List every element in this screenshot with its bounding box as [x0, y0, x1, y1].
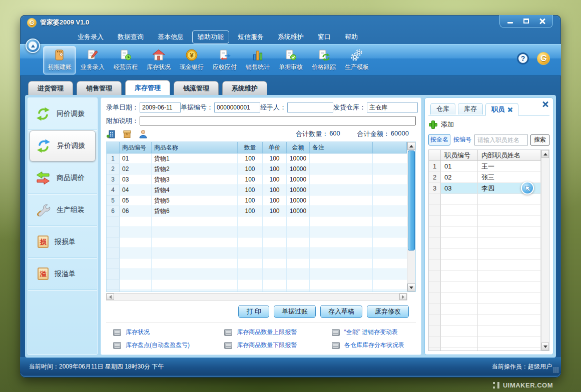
staff-row[interactable]: 101王一 [429, 161, 541, 172]
menu-item-sms[interactable]: 短信服务 [232, 30, 269, 44]
menu-item-window[interactable]: 窗口 [312, 30, 336, 44]
link-warehouse-distribution[interactable]: 各仓库库存分布状况表 [332, 341, 416, 350]
menu-item-data-query[interactable]: 数据查询 [112, 30, 149, 44]
maximize-button[interactable] [519, 16, 533, 25]
post-document-button[interactable]: 单据过账 [274, 305, 316, 318]
scroll-left-button[interactable] [107, 294, 114, 300]
scroll-right-button[interactable] [399, 294, 407, 300]
toolbar-item-cash-bank[interactable]: ¥ 现金银行 [175, 46, 208, 74]
help-button[interactable]: ? [517, 52, 529, 64]
staff-row[interactable] [429, 326, 541, 337]
table-row[interactable] [107, 248, 407, 258]
warehouse-input[interactable] [367, 102, 418, 112]
discard-changes-button[interactable]: 废弃修改 [367, 305, 409, 318]
toolbar-item-business-entry[interactable]: 业务录入 [76, 46, 109, 74]
menu-item-auxiliary[interactable]: 辅助功能 [192, 30, 229, 44]
table-row[interactable] [107, 290, 407, 292]
stock-box-icon[interactable] [122, 129, 132, 139]
toolbar-item-business-history[interactable]: 经营历程 [109, 46, 142, 74]
staff-row[interactable] [429, 227, 541, 238]
note-input[interactable] [140, 116, 416, 126]
link-omni-change-report[interactable]: “全能” 进销存变动表 [332, 328, 416, 336]
staff-row[interactable] [429, 271, 541, 282]
toolbar-item-receivable-payable[interactable]: 应收应付 [208, 46, 241, 74]
person-icon[interactable] [138, 129, 148, 139]
table-row[interactable]: 606货物610010010000 [107, 206, 407, 216]
staff-row[interactable] [429, 249, 541, 260]
table-row[interactable] [107, 216, 407, 227]
tab-sales-management[interactable]: 销售管理 [77, 81, 122, 95]
menu-item-business-entry[interactable]: 业务录入 [72, 30, 109, 44]
company-icon[interactable] [106, 129, 116, 139]
tab-cashflow-management[interactable]: 钱流管理 [174, 81, 219, 95]
link-stock-status[interactable]: 库存状况 [113, 328, 201, 336]
table-row[interactable]: 303货物310010010000 [107, 174, 407, 185]
tab-system-maintenance[interactable]: 系统维护 [222, 81, 267, 95]
filter-by-code[interactable]: 按编号 [453, 134, 472, 145]
tab-staff[interactable]: 职员 [485, 103, 518, 116]
doc-no-input[interactable] [214, 102, 260, 112]
staff-row[interactable] [429, 315, 541, 326]
staff-table-vscrollbar[interactable] [541, 150, 549, 350]
items-table-vscrollbar[interactable] [407, 142, 415, 292]
table-row[interactable] [107, 238, 407, 248]
tab-close-icon[interactable] [508, 108, 512, 112]
table-row[interactable]: 202货物210010010000 [107, 164, 407, 174]
table-row[interactable] [107, 269, 407, 280]
staff-row[interactable] [429, 194, 541, 205]
staff-row[interactable] [429, 260, 541, 271]
scroll-down-button[interactable] [541, 342, 549, 350]
menu-item-help[interactable]: 帮助 [339, 30, 363, 44]
table-row[interactable] [107, 258, 407, 269]
tab-purchase-management[interactable]: 进货管理 [28, 81, 73, 95]
table-row[interactable]: 505货物510010010000 [107, 196, 407, 206]
sidebar-item-loss-report[interactable]: 损 报损单 [28, 226, 97, 258]
toolbar-item-sales-stats[interactable]: 销售统计 [241, 46, 274, 74]
sidebar-item-assembly[interactable]: 生产组装 [28, 194, 97, 226]
toolbar-item-production-template[interactable]: 生产模板 [340, 46, 373, 74]
staff-row[interactable] [429, 282, 541, 293]
items-table-hscrollbar[interactable] [106, 293, 407, 300]
toolbar-item-doc-audit[interactable]: 单据审核 [274, 46, 307, 74]
staff-row[interactable] [429, 238, 541, 249]
staff-row[interactable] [429, 304, 541, 315]
staff-row-selected[interactable]: 303李四 [429, 183, 541, 194]
sidebar-item-overflow-report[interactable]: 溢 报溢单 [28, 258, 97, 290]
staff-row[interactable] [429, 205, 541, 216]
sidebar-item-diff-price-transfer[interactable]: 异价调拨 [30, 130, 96, 162]
sidebar-item-price-adjust[interactable]: 商品调价 [28, 162, 97, 194]
date-input[interactable] [140, 102, 181, 112]
collapse-toolbar-button[interactable] [26, 38, 40, 53]
staff-row[interactable] [429, 216, 541, 227]
scroll-down-button[interactable] [407, 284, 415, 292]
save-draft-button[interactable]: 存入草稿 [320, 305, 362, 318]
close-button[interactable] [535, 16, 549, 25]
toolbar-item-initial-setup[interactable]: 初期建账 [43, 46, 76, 74]
scroll-up-button[interactable] [407, 142, 415, 150]
menu-item-basic-info[interactable]: 基本信息 [152, 30, 189, 44]
table-row[interactable]: 404货物410010010000 [107, 185, 407, 196]
handler-input[interactable] [287, 102, 333, 112]
table-row[interactable]: 101货物110010010000 [107, 154, 407, 164]
staff-row[interactable]: 202张三 [429, 172, 541, 183]
scroll-up-button[interactable] [541, 150, 549, 158]
resize-grip[interactable] [553, 367, 558, 372]
staff-row[interactable] [429, 337, 541, 348]
tab-stock[interactable]: 库存 [458, 103, 483, 114]
staff-row[interactable] [429, 348, 541, 350]
toolbar-item-stock-status[interactable]: 库存状况 [142, 46, 175, 74]
staff-row[interactable] [429, 293, 541, 304]
toolbar-item-price-tracking[interactable]: 价格跟踪 [307, 46, 340, 74]
search-button[interactable]: 搜索 [530, 134, 549, 146]
panel-close-icon[interactable] [542, 101, 548, 107]
minimize-button[interactable] [503, 16, 517, 25]
add-row[interactable]: 添加 [428, 119, 549, 134]
link-upper-limit-alert[interactable]: 库存商品数量上限报警 [224, 328, 308, 336]
link-stock-taking[interactable]: 库存盘点(自动盘盈盘亏) [113, 341, 201, 350]
tab-inventory-management[interactable]: 库存管理 [125, 80, 170, 95]
tab-warehouse[interactable]: 仓库 [430, 103, 455, 114]
sidebar-item-same-price-transfer[interactable]: 同价调拨 [28, 98, 97, 130]
menu-item-system-maintenance[interactable]: 系统维护 [272, 30, 309, 44]
table-row[interactable] [107, 227, 407, 238]
link-lower-limit-alert[interactable]: 库存商品数量下限报警 [224, 341, 308, 350]
